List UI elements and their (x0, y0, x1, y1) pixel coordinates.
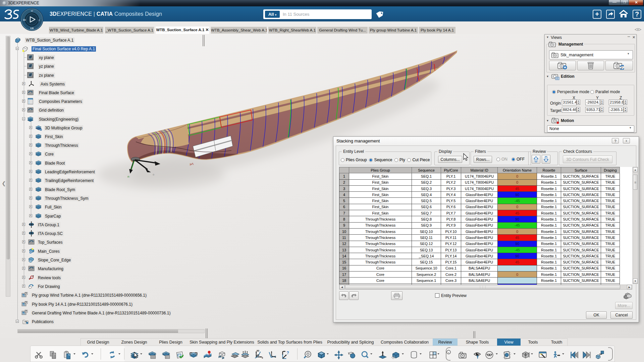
svg-text:0: 0 (262, 357, 263, 359)
svg-text:○: ○ (153, 173, 154, 176)
svg-text:Ψ: Ψ (31, 9, 33, 12)
svg-text:µΛ: µΛ (190, 162, 194, 166)
svg-text:R·: R· (127, 175, 130, 178)
svg-text:?: ? (287, 351, 289, 355)
svg-text:p: p (39, 19, 40, 21)
svg-text:90: 90 (257, 350, 259, 352)
svg-text:3D: 3D (23, 19, 26, 21)
svg-text:V.R: V.R (30, 27, 34, 29)
